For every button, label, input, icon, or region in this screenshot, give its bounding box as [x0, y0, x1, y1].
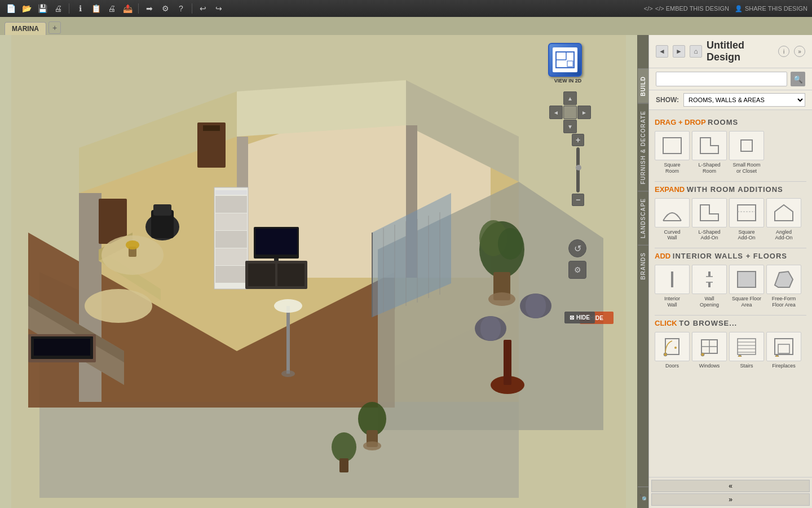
item-fireplaces[interactable]: Fireplaces [766, 332, 801, 369]
divider-1 [655, 181, 806, 182]
send-icon[interactable]: ➡ [143, 2, 156, 15]
svg-rect-35 [277, 264, 304, 286]
l-addon-icon [692, 198, 727, 227]
settings-overlay-button[interactable]: ⚙ [568, 261, 586, 279]
rotate-button[interactable]: ↺ [568, 239, 586, 257]
svg-marker-82 [775, 205, 793, 221]
item-square-room[interactable]: SquareRoom [655, 131, 690, 174]
panel-info-button[interactable]: i [778, 46, 789, 57]
search-input[interactable] [656, 72, 787, 86]
svg-rect-21 [203, 125, 220, 131]
undo-icon[interactable]: ↩ [197, 2, 209, 15]
design-canvas[interactable]: HIDE VIEW IN 2D ▲ [0, 35, 637, 508]
curved-wall-icon [655, 198, 690, 227]
interior-wall-shape [661, 269, 683, 290]
svg-rect-27 [215, 231, 247, 248]
show-select[interactable]: ROOMS, WALLS & AREAS FURNITURE ALL [683, 93, 805, 107]
zoom-track[interactable] [576, 147, 580, 192]
item-l-addon[interactable]: L-ShapedAdd-On [692, 198, 727, 242]
panel-bottom: « » [649, 477, 812, 508]
svg-point-66 [281, 370, 295, 377]
item-sq-floor[interactable]: Square FloorArea [729, 265, 764, 308]
item-freeform-floor[interactable]: Free-FormFloor Area [766, 265, 801, 308]
show-filter: SHOW: ROOMS, WALLS & AREAS FURNITURE ALL [649, 90, 812, 110]
nav-up-button[interactable]: ▲ [563, 91, 577, 105]
panel-collapse-button[interactable]: » [794, 46, 805, 57]
item-sq-addon[interactable]: SquareAdd-On [729, 198, 764, 242]
item-small-room[interactable]: Small Roomor Closet [729, 131, 764, 174]
item-angled-addon[interactable]: AngledAdd-On [766, 198, 801, 242]
small-room-shape [735, 135, 758, 156]
nav-right-button[interactable]: ► [577, 106, 591, 119]
nav-diamond: ▲ ◄ ► ▼ [549, 91, 591, 133]
marina-tab[interactable]: MARINA [5, 22, 46, 35]
item-windows[interactable]: Windows [692, 332, 727, 369]
panel-back-button[interactable]: ◄ [656, 45, 668, 58]
section-browse-suffix: TO BROWSE... [679, 319, 737, 327]
angled-addon-shape [773, 203, 795, 223]
side-tab-furnish[interactable]: FURNISH & DECORATE [638, 103, 648, 191]
print-icon[interactable]: 🖨 [105, 2, 118, 15]
nav-down-button[interactable]: ▼ [563, 120, 577, 133]
show-label: SHOW: [656, 96, 679, 104]
add-tab-button[interactable]: + [48, 21, 61, 34]
svg-rect-28 [215, 248, 247, 265]
small-room-icon [729, 131, 764, 160]
collapse-down-button[interactable]: » [651, 493, 810, 506]
new-file-icon[interactable]: 📄 [5, 2, 17, 15]
save-as-icon[interactable]: 🖨 [52, 2, 64, 15]
side-tab-search[interactable]: 🔍 [638, 487, 648, 508]
zoom-controls: + − [572, 134, 584, 206]
doors-icon [655, 332, 690, 361]
wall-opening-icon [692, 265, 727, 294]
freeform-floor-shape [773, 269, 795, 290]
side-tab-build[interactable]: BUILD [638, 69, 648, 103]
save-icon[interactable]: 💾 [36, 2, 48, 15]
item-doors[interactable]: Doors [655, 332, 690, 369]
collapse-up-button[interactable]: « [651, 480, 810, 492]
right-panel: ◄ ► ⌂ Untitled Design i » 🔍 SHOW: ROOMS,… [648, 35, 812, 508]
zoom-handle[interactable] [576, 165, 581, 170]
settings-icon[interactable]: ⚙ [159, 2, 171, 15]
l-shaped-room-icon [692, 131, 727, 160]
zoom-in-button[interactable]: + [572, 134, 584, 146]
info-icon[interactable]: ℹ [74, 2, 86, 15]
help-icon[interactable]: ? [175, 2, 187, 15]
panel-forward-button[interactable]: ► [673, 45, 685, 58]
section-drag-highlight: DRAG + DROP [655, 118, 705, 126]
redo-icon[interactable]: ↪ [213, 2, 225, 15]
embed-code-icon: </> [644, 5, 653, 12]
item-wall-opening[interactable]: WallOpening [692, 265, 727, 308]
item-l-shaped-room[interactable]: L-ShapedRoom [692, 131, 727, 174]
search-bar: 🔍 [649, 68, 812, 90]
tabbar: MARINA + [0, 17, 812, 35]
embed-button[interactable]: </> </> EMBED THIS DESIGN [644, 5, 729, 12]
pages-icon[interactable]: 📋 [90, 2, 102, 15]
search-button[interactable]: 🔍 [791, 72, 805, 86]
view-2d-button[interactable]: VIEW IN 2D [548, 43, 588, 82]
export-icon[interactable]: 📤 [121, 2, 134, 15]
side-tab-brands[interactable]: BRANDS [638, 245, 648, 287]
zoom-out-button[interactable]: − [572, 194, 584, 206]
square-room-label: SquareRoom [655, 162, 690, 174]
interior-grid: InteriorWall WallOpening [655, 265, 806, 308]
section-browse-highlight: CLICK [655, 319, 677, 327]
main-area: HIDE VIEW IN 2D ▲ [0, 35, 812, 508]
share-button[interactable]: 👤 SHARE THIS DESIGN [735, 5, 807, 12]
angled-addon-label: AngledAdd-On [766, 229, 801, 242]
nav-left-button[interactable]: ◄ [549, 106, 563, 119]
l-shaped-room-label: L-ShapedRoom [692, 162, 727, 174]
interior-wall-label: InteriorWall [655, 296, 690, 308]
panel-home-button[interactable]: ⌂ [690, 45, 702, 58]
item-curved-wall[interactable]: CurvedWall [655, 198, 690, 242]
svg-rect-58 [526, 294, 546, 318]
item-interior-wall[interactable]: InteriorWall [655, 265, 690, 308]
hide-button[interactable]: ⊠ HIDE [564, 312, 595, 323]
nav-empty-tl [549, 91, 563, 105]
side-tab-landscape[interactable]: LANDSCAPE [638, 191, 648, 245]
svg-point-54 [488, 292, 515, 306]
open-icon[interactable]: 📂 [20, 2, 33, 15]
nav-center-button[interactable] [563, 106, 577, 119]
item-stairs[interactable]: Stairs [729, 332, 764, 369]
sq-floor-icon [729, 265, 764, 294]
